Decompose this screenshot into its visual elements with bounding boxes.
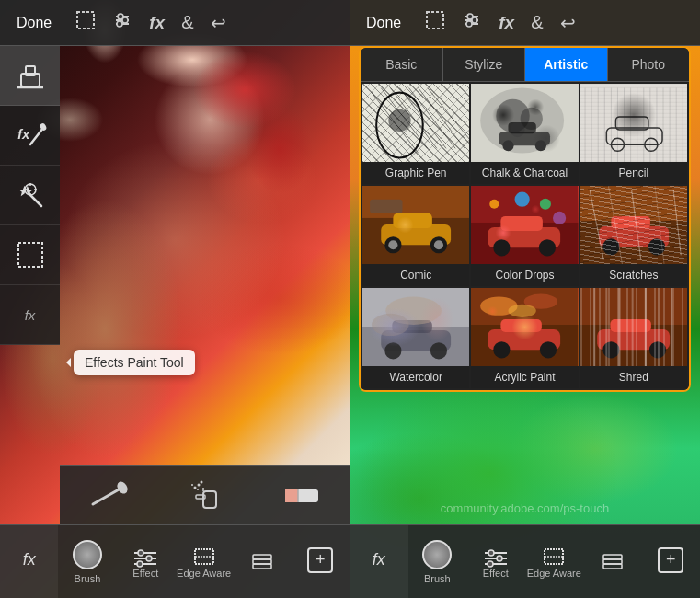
left-bottom-edge-aware[interactable]: Edge Aware: [175, 525, 233, 598]
svg-line-56: [399, 88, 446, 149]
graphic-pen-label: Graphic Pen: [362, 162, 469, 184]
left-bottom-fx-section[interactable]: fx: [0, 525, 58, 598]
svg-point-60: [376, 93, 423, 158]
effects-paint-tool-tooltip: Effects Paint Tool: [74, 350, 195, 375]
right-effect-icon: [483, 546, 509, 568]
svg-rect-101: [471, 186, 578, 264]
brush-sub-tool[interactable]: [86, 472, 132, 518]
left-effect-label: Effect: [132, 568, 158, 579]
svg-point-110: [553, 212, 566, 224]
left-bottom-layers[interactable]: [233, 525, 291, 598]
svg-rect-103: [488, 227, 561, 247]
svg-rect-52: [362, 84, 469, 162]
shred-thumb: [580, 288, 687, 366]
comic-thumb: [362, 186, 469, 264]
filter-shred[interactable]: Shred: [580, 288, 687, 388]
right-done-button[interactable]: Done: [359, 11, 408, 35]
left-panel: Done fx & ↩: [0, 0, 350, 598]
stamp-tool[interactable]: [0, 46, 60, 106]
svg-point-126: [384, 342, 401, 359]
svg-rect-68: [509, 122, 536, 133]
filter-acrylic-paint[interactable]: Acrylic Paint: [471, 288, 578, 388]
right-undo-icon[interactable]: ↩: [560, 12, 576, 34]
svg-point-26: [193, 487, 196, 489]
watercolor-thumb: [362, 288, 469, 366]
left-bottom-toolbar: fx Brush Effect Edge Aware: [0, 524, 350, 598]
svg-point-96: [384, 236, 401, 253]
filter-graphic-pen[interactable]: Graphic Pen: [362, 84, 469, 184]
svg-rect-130: [471, 288, 578, 366]
svg-rect-122: [362, 288, 469, 366]
svg-point-129: [372, 314, 408, 336]
edge-aware-icon: [191, 546, 217, 568]
left-undo-icon[interactable]: ↩: [211, 12, 226, 34]
right-bottom-fx[interactable]: fx: [350, 525, 408, 598]
left-fx-icon[interactable]: fx: [149, 13, 165, 33]
filter-pencil[interactable]: Pencil: [580, 84, 687, 184]
svg-rect-0: [77, 12, 94, 29]
right-fx-icon[interactable]: fx: [499, 13, 514, 33]
filter-watercolor[interactable]: Watercolor: [362, 288, 469, 388]
scratches-thumb: [580, 186, 687, 264]
color-drops-label: Color Drops: [471, 264, 578, 286]
filter-color-drops[interactable]: Color Drops: [471, 186, 578, 286]
add-plus-icon: [307, 547, 333, 573]
left-bottom-effect[interactable]: Effect: [117, 525, 175, 598]
svg-rect-141: [597, 329, 670, 350]
selection-tool[interactable]: [0, 225, 60, 285]
svg-point-98: [430, 236, 447, 253]
left-blend-icon[interactable]: &: [181, 12, 193, 33]
svg-rect-94: [381, 224, 451, 245]
svg-point-157: [488, 561, 493, 567]
filter-comic[interactable]: Comic: [362, 186, 469, 286]
comic-label: Comic: [362, 264, 469, 286]
right-bottom-effect[interactable]: Effect: [466, 525, 525, 598]
right-sliders-icon[interactable]: [462, 10, 482, 35]
right-bottom-brush[interactable]: Brush: [408, 525, 467, 598]
svg-line-57: [409, 88, 456, 149]
fx-brush-tool[interactable]: fx: [0, 106, 60, 166]
magic-wand-tool[interactable]: [0, 166, 60, 225]
left-bottom-add[interactable]: [292, 525, 350, 598]
tab-artistic[interactable]: Artistic: [525, 48, 608, 81]
spray-sub-tool[interactable]: [182, 472, 228, 518]
pencil-thumb: [580, 84, 687, 162]
svg-rect-112: [580, 221, 687, 264]
svg-rect-20: [18, 243, 42, 267]
svg-point-108: [540, 199, 551, 210]
svg-point-90: [611, 138, 624, 151]
svg-point-6: [117, 21, 122, 27]
svg-point-65: [521, 108, 543, 130]
eraser-sub-tool[interactable]: [279, 472, 325, 518]
svg-rect-139: [580, 288, 687, 366]
svg-point-61: [388, 109, 410, 132]
svg-point-155: [488, 550, 494, 556]
svg-point-5: [122, 17, 128, 23]
filter-chalk-charcoal[interactable]: Chalk & Charcoal: [471, 84, 578, 184]
svg-rect-140: [580, 325, 687, 366]
svg-line-55: [390, 88, 437, 149]
fx-bottom-tool[interactable]: fx: [0, 285, 60, 345]
left-done-button[interactable]: Done: [9, 11, 59, 35]
dashed-marquee-icon[interactable]: [75, 10, 96, 35]
svg-rect-131: [471, 325, 578, 366]
left-bottom-brush[interactable]: Brush: [58, 525, 116, 598]
right-blend-icon[interactable]: &: [531, 12, 543, 33]
svg-rect-102: [471, 223, 578, 264]
svg-point-135: [540, 341, 557, 358]
right-bottom-layers[interactable]: [583, 525, 642, 598]
sliders-icon[interactable]: [112, 10, 132, 35]
tab-photo[interactable]: Photo: [608, 48, 690, 81]
svg-point-91: [644, 138, 657, 151]
filter-scratches[interactable]: Scratches: [580, 186, 687, 286]
right-bottom-edge-aware[interactable]: Edge Aware: [525, 525, 584, 598]
svg-rect-45: [427, 12, 443, 29]
svg-rect-133: [501, 319, 543, 332]
right-dashed-marquee-icon[interactable]: [425, 10, 445, 35]
right-bottom-add[interactable]: [642, 525, 701, 598]
svg-point-27: [197, 484, 200, 487]
svg-point-63: [480, 88, 564, 154]
tab-stylize[interactable]: Stylize: [443, 48, 526, 81]
svg-rect-93: [362, 218, 469, 264]
tab-basic[interactable]: Basic: [361, 48, 443, 81]
